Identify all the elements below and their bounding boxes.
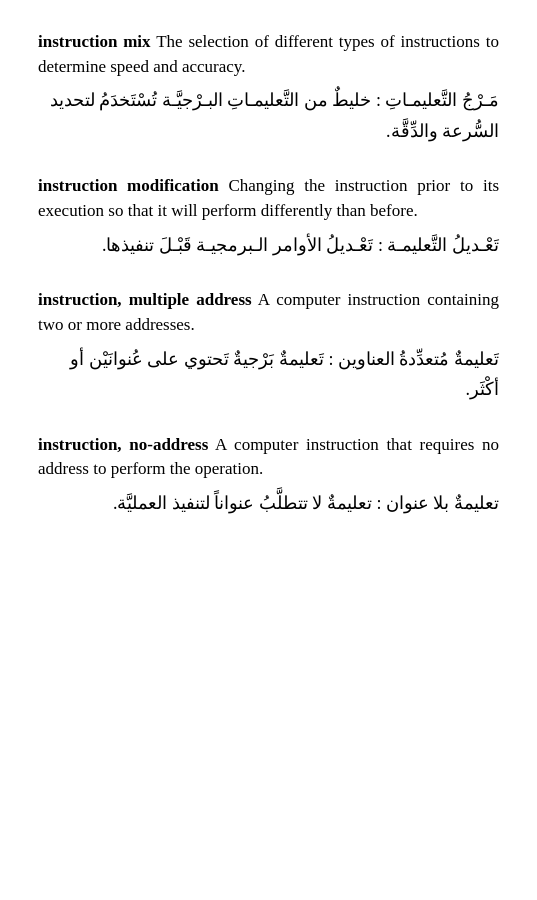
entry-english: instruction modification Changing the in…: [38, 174, 499, 223]
dictionary-entry: instruction, no-address A computer instr…: [38, 433, 499, 519]
entry-term: instruction mix: [38, 32, 151, 51]
dictionary-entry: instruction modification Changing the in…: [38, 174, 499, 260]
page-content: instruction mix The selection of differe…: [38, 30, 499, 519]
entry-english: instruction, multiple address A computer…: [38, 288, 499, 337]
dictionary-entry: instruction, multiple address A computer…: [38, 288, 499, 404]
entry-english: instruction mix The selection of differe…: [38, 30, 499, 79]
entry-arabic: تعليمةٌ بلا عنوان : تعليمةٌ لا تتطلَّبُ …: [38, 488, 499, 519]
entry-english: instruction, no-address A computer instr…: [38, 433, 499, 482]
entry-arabic: تَعليمةٌ مُتعدِّدةُ العناوين : تَعليمةٌ …: [38, 344, 499, 405]
entry-arabic: مَـرْجُ التَّعليمـاتِ : خليطٌ من التَّعل…: [38, 85, 499, 146]
entry-term: instruction, no-address: [38, 435, 208, 454]
dictionary-entry: instruction mix The selection of differe…: [38, 30, 499, 146]
entry-term: instruction modification: [38, 176, 219, 195]
entry-arabic: تَعْـديلُ التَّعليمـة : تَعْـديلُ الأوام…: [38, 230, 499, 261]
entry-term: instruction, multiple address: [38, 290, 252, 309]
